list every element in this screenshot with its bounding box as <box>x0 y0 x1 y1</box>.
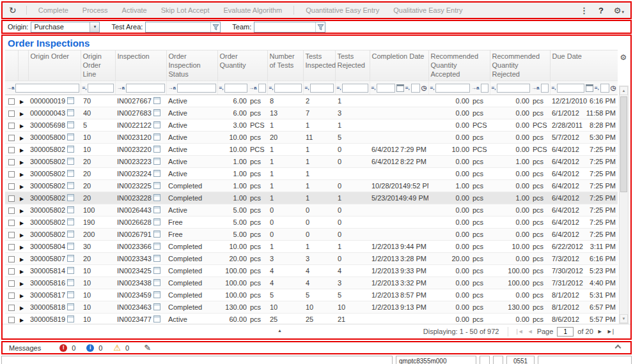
filter-input-rec_qty_accepted[interactable] <box>435 84 470 93</box>
reference-icon[interactable] <box>67 158 74 165</box>
toolbar-button-qualitative-easy-entry[interactable]: Qualitative Easy Entry <box>386 6 469 14</box>
reference-icon[interactable] <box>153 255 160 262</box>
table-row[interactable]: ▶30000581610IN0023438Completed100.00pcs4… <box>5 277 618 289</box>
filter-operator-icon[interactable]: →a <box>471 85 479 91</box>
expand-row-icon[interactable]: ▶ <box>20 220 24 226</box>
table-row[interactable]: ▶30000581810IN0023463Completed130.00pcs1… <box>5 301 618 314</box>
filter-operator-icon[interactable]: →a <box>531 85 539 91</box>
toolbar-button-skip-lot-accept[interactable]: Skip Lot Accept <box>154 6 217 14</box>
table-row[interactable]: ▶30000580220IN0023228Completed1.00pcs111… <box>5 192 618 204</box>
filter-time-input-due_date[interactable] <box>600 84 609 93</box>
row-checkbox[interactable] <box>8 208 15 214</box>
expand-row-icon[interactable]: ▶ <box>20 135 24 141</box>
filter-input-inspection[interactable] <box>126 84 165 93</box>
table-row[interactable]: ▶30000581710IN0023459Completed100.00pcs5… <box>5 289 618 301</box>
toolbar-button-complete[interactable]: Complete <box>31 6 75 14</box>
filter-input-status[interactable] <box>177 84 216 93</box>
reference-icon[interactable] <box>153 133 160 140</box>
filter-unit-input-order_qty[interactable] <box>258 84 266 93</box>
reference-icon[interactable] <box>67 194 74 201</box>
error-icon[interactable]: ! <box>59 344 67 352</box>
filter-operator-icon[interactable]: →a <box>249 85 256 91</box>
warning-icon[interactable]: ⚠ <box>113 344 121 352</box>
filter-date-input-completion_date[interactable] <box>377 84 395 93</box>
reference-icon[interactable] <box>153 315 160 322</box>
table-row[interactable]: ▶30000580220IN0023225Completed1.00pcs110… <box>5 180 618 192</box>
chevron-down-icon[interactable]: ▾ <box>90 22 99 32</box>
reference-icon[interactable] <box>153 243 160 250</box>
scroll-down-icon[interactable]: ▼ <box>620 314 628 323</box>
expand-row-icon[interactable]: ▶ <box>20 317 24 323</box>
expand-row-icon[interactable]: ▶ <box>20 123 24 129</box>
page-input[interactable] <box>557 327 574 337</box>
reference-icon[interactable] <box>153 303 160 310</box>
reference-icon[interactable] <box>153 146 160 153</box>
filter-operator-icon[interactable]: =, <box>371 85 376 91</box>
reference-icon[interactable] <box>153 206 160 213</box>
filter-operator-icon[interactable]: =, <box>219 85 224 91</box>
table-row[interactable]: ▶3000056985IN0022122Active3.00PCS1110.00… <box>5 119 618 132</box>
expand-row-icon[interactable]: ▶ <box>20 232 24 238</box>
filter-operator-icon[interactable]: =, <box>552 85 556 91</box>
settings-menu[interactable]: ⚙▾ <box>614 6 624 15</box>
column-header-inspection[interactable]: Inspection <box>115 50 166 81</box>
column-header-order_qty[interactable]: Order Quantity <box>217 50 267 81</box>
table-row[interactable]: ▶30000580220IN0023224Active1.00pcs110.00… <box>5 168 618 180</box>
expand-row-icon[interactable]: ▶ <box>20 208 24 214</box>
column-header-rec_qty_accepted[interactable]: Recommended Quantity Accepted <box>428 50 490 81</box>
column-header-num_tests[interactable]: Number of Tests <box>267 50 303 81</box>
expand-row-icon[interactable]: ▶ <box>20 111 24 117</box>
reference-icon[interactable] <box>67 231 74 238</box>
reference-icon[interactable] <box>67 243 74 250</box>
column-header-tests_inspected[interactable]: Tests Inspected <box>303 50 335 81</box>
filter-operator-icon[interactable]: →a <box>168 85 176 91</box>
help-button[interactable]: ? <box>598 6 604 15</box>
filter-input-origin_order[interactable] <box>15 84 79 93</box>
test-area-input[interactable] <box>146 22 210 32</box>
filter-time-input-completion_date[interactable] <box>411 84 420 93</box>
filter-lookup-icon[interactable] <box>315 22 325 32</box>
toolbar-button-quantitative-easy-entry[interactable]: Quantitative Easy Entry <box>299 6 386 14</box>
expand-row-icon[interactable]: ▶ <box>20 148 24 153</box>
row-checkbox[interactable] <box>8 135 15 141</box>
table-row[interactable]: ▶30000581410IN0023425Completed100.00pcs4… <box>5 265 618 277</box>
reference-icon[interactable] <box>153 194 160 201</box>
filter-operator-icon[interactable]: =, <box>492 85 496 91</box>
last-page-icon[interactable]: ►| <box>607 328 614 335</box>
expand-row-icon[interactable]: ▶ <box>20 99 24 105</box>
table-row[interactable]: ▶00000001970IN0027667Active6.00pcs8210.0… <box>5 95 618 107</box>
overflow-menu-icon[interactable]: ⋮ <box>580 6 588 15</box>
refresh-icon[interactable]: ↻ <box>9 5 17 15</box>
column-header-status[interactable]: Order Inspection Status <box>166 50 217 81</box>
reference-icon[interactable] <box>153 97 160 104</box>
previous-page-icon[interactable]: ◄ <box>528 328 533 335</box>
table-settings-icon[interactable]: ⚙ <box>620 53 627 62</box>
team-input[interactable] <box>254 22 315 32</box>
reference-icon[interactable] <box>153 170 160 177</box>
info-icon[interactable]: i <box>86 344 94 352</box>
reference-icon[interactable] <box>67 303 74 310</box>
expand-row-icon[interactable]: ▶ <box>20 184 24 190</box>
filter-operator-icon[interactable]: →a <box>6 85 14 91</box>
calendar-picker-icon[interactable] <box>586 84 593 92</box>
table-row[interactable]: ▶30000580720IN0023343Completed20.00pcs33… <box>5 253 618 265</box>
reference-icon[interactable] <box>67 255 74 262</box>
reference-icon[interactable] <box>67 182 74 189</box>
row-checkbox[interactable] <box>8 232 15 238</box>
next-page-icon[interactable]: ► <box>597 328 603 335</box>
row-checkbox[interactable] <box>8 195 15 202</box>
column-header-line[interactable]: Origin Order Line <box>81 50 115 81</box>
reference-icon[interactable] <box>67 146 74 153</box>
row-checkbox[interactable] <box>8 317 15 323</box>
reference-icon[interactable] <box>67 315 74 322</box>
reference-icon[interactable] <box>67 218 74 225</box>
row-checkbox[interactable] <box>8 123 15 129</box>
filter-unit-input-rec_qty_rejected[interactable] <box>541 84 549 93</box>
filter-input-rec_qty_rejected[interactable] <box>497 84 530 93</box>
row-checkbox[interactable] <box>8 280 15 287</box>
table-row[interactable]: ▶300005802200IN0026791Free5.00pcs0000.00… <box>5 229 618 241</box>
filter-operator-icon[interactable]: =, <box>595 85 599 91</box>
table-row[interactable]: ▶30000580010IN0023120Active10.00pcs20115… <box>5 132 618 144</box>
filter-operator-icon[interactable]: =, <box>82 85 87 91</box>
filter-operator-icon[interactable]: →a <box>117 85 125 91</box>
